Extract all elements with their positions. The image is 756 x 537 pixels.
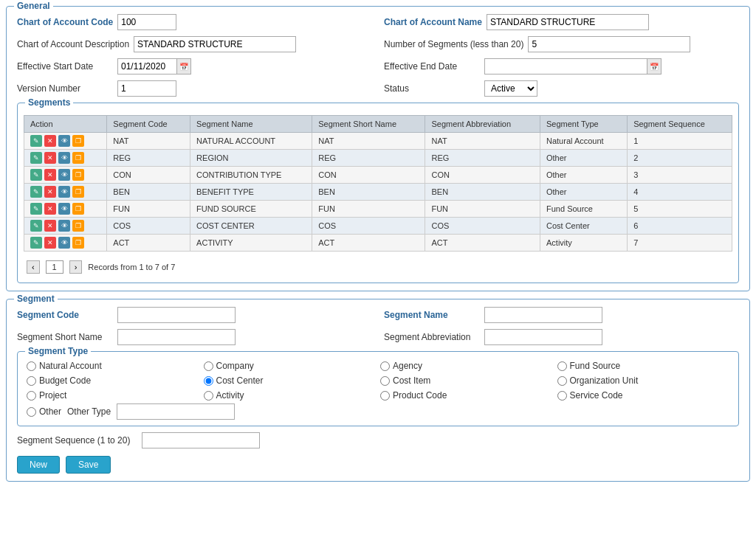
copy-icon[interactable]: ❐ (72, 169, 84, 181)
radio-company[interactable]: Company (204, 361, 377, 371)
col-segment-type: Segment Type (540, 116, 628, 133)
col-segment-sequence: Segment Sequence (628, 116, 732, 133)
segment-sequence-cell: 5 (628, 201, 732, 218)
delete-icon[interactable]: ✕ (44, 203, 56, 215)
edit-icon[interactable]: ✎ (30, 135, 42, 147)
segments-section: Segments Action Segment Code Segment Nam… (17, 103, 739, 283)
delete-icon[interactable]: ✕ (44, 220, 56, 232)
radio-cost-center[interactable]: Cost Center (204, 375, 377, 386)
coa-name-input[interactable] (487, 14, 649, 30)
segment-name-cell: CONTRIBUTION TYPE (190, 167, 312, 184)
num-segments-input[interactable] (528, 36, 690, 52)
radio-activity[interactable]: Activity (204, 390, 377, 401)
end-date-input[interactable] (484, 58, 647, 75)
copy-icon[interactable]: ❐ (72, 220, 84, 232)
delete-icon[interactable]: ✕ (44, 135, 56, 147)
edit-icon[interactable]: ✎ (30, 220, 42, 232)
start-date-cal-btn[interactable]: 📅 (176, 58, 191, 75)
seg-sequence-input[interactable] (142, 432, 260, 448)
status-label: Status (384, 83, 480, 94)
segments-table: Action Segment Code Segment Name Segment… (24, 115, 732, 252)
segment-abbreviation-cell: BEN (425, 184, 540, 201)
radio-other[interactable]: Other (27, 406, 61, 417)
seg-short-label: Segment Short Name (17, 332, 113, 342)
segment-code-cell: ACT (107, 235, 190, 252)
view-icon[interactable]: 👁 (58, 220, 70, 232)
segment-code-cell: CON (107, 167, 190, 184)
other-type-input[interactable] (117, 403, 235, 420)
delete-icon[interactable]: ✕ (44, 152, 56, 164)
delete-icon[interactable]: ✕ (44, 186, 56, 198)
radio-product-code[interactable]: Product Code (380, 390, 553, 401)
segment-type-cell: Cost Center (540, 218, 628, 235)
radio-cost-item[interactable]: Cost Item (380, 375, 553, 386)
delete-icon[interactable]: ✕ (44, 237, 56, 249)
segment-code-cell: REG (107, 150, 190, 167)
form-row-1: Chart of Account Code Chart of Account N… (17, 14, 739, 30)
view-icon[interactable]: 👁 (58, 186, 70, 198)
save-button[interactable]: Save (66, 456, 111, 474)
action-icons: ✎ ✕ 👁 ❐ (30, 237, 100, 249)
view-icon[interactable]: 👁 (58, 203, 70, 215)
delete-icon[interactable]: ✕ (44, 169, 56, 181)
radio-agency[interactable]: Agency (380, 361, 553, 371)
coa-name-group: Chart of Account Name (384, 14, 739, 30)
segment-name-cell: COST CENTER (190, 218, 312, 235)
edit-icon[interactable]: ✎ (30, 237, 42, 249)
radio-fund-source[interactable]: Fund Source (557, 361, 730, 371)
form-row-4: Version Number Status Active Inactive (17, 80, 739, 97)
view-icon[interactable]: 👁 (58, 237, 70, 249)
copy-icon[interactable]: ❐ (72, 237, 84, 249)
segment-type-cell: Other (540, 167, 628, 184)
seg-abbr-input[interactable] (484, 329, 602, 345)
action-icons: ✎ ✕ 👁 ❐ (30, 186, 100, 198)
radio-service-code[interactable]: Service Code (557, 390, 730, 401)
desc-group: Chart of Account Description (17, 36, 372, 52)
edit-icon[interactable]: ✎ (30, 169, 42, 181)
seg-short-group: Segment Short Name (17, 329, 372, 345)
coa-code-input[interactable] (117, 14, 176, 30)
new-button[interactable]: New (17, 456, 60, 474)
copy-icon[interactable]: ❐ (72, 203, 84, 215)
seg-code-label: Segment Code (17, 310, 113, 320)
segment-abbreviation-cell: FUN (425, 201, 540, 218)
radio-natural-account[interactable]: Natural Account (27, 361, 199, 371)
copy-icon[interactable]: ❐ (72, 186, 84, 198)
view-icon[interactable]: 👁 (58, 135, 70, 147)
seg-code-input[interactable] (117, 307, 236, 323)
seg-code-group: Segment Code (17, 307, 372, 323)
copy-icon[interactable]: ❐ (72, 152, 84, 164)
radio-project[interactable]: Project (27, 390, 199, 401)
segments-table-body: ✎ ✕ 👁 ❐ NAT NATURAL ACCOUNT NAT NAT Natu… (24, 133, 732, 252)
next-page-btn[interactable]: › (69, 260, 83, 274)
desc-input[interactable] (134, 36, 296, 52)
action-icons: ✎ ✕ 👁 ❐ (30, 203, 100, 215)
version-input[interactable] (117, 80, 176, 97)
prev-page-btn[interactable]: ‹ (27, 260, 40, 274)
radio-organization-unit[interactable]: Organization Unit (557, 375, 730, 386)
col-segment-name: Segment Name (190, 116, 312, 133)
segment-name-cell: ACTIVITY (190, 235, 312, 252)
end-date-label: Effective End Date (384, 61, 480, 72)
seg-short-input[interactable] (117, 329, 236, 345)
radio-budget-code[interactable]: Budget Code (27, 375, 199, 386)
status-select[interactable]: Active Inactive (484, 80, 537, 97)
table-row: ✎ ✕ 👁 ❐ FUN FUND SOURCE FUN FUN Fund Sou… (24, 201, 732, 218)
segment-sequence-cell: 6 (628, 218, 732, 235)
coa-name-field: Chart of Account Name (384, 14, 739, 30)
view-icon[interactable]: 👁 (58, 152, 70, 164)
segments-header-row: Action Segment Code Segment Name Segment… (24, 116, 732, 133)
edit-icon[interactable]: ✎ (30, 186, 42, 198)
form-row-3: Effective Start Date 📅 Effective End Dat… (17, 58, 739, 75)
action-cell: ✎ ✕ 👁 ❐ (24, 235, 107, 252)
view-icon[interactable]: 👁 (58, 169, 70, 181)
seg-name-input[interactable] (484, 307, 602, 323)
col-segment-code: Segment Code (107, 116, 190, 133)
edit-icon[interactable]: ✎ (30, 152, 42, 164)
seg-abbr-group: Segment Abbreviation (384, 329, 739, 345)
start-date-input[interactable] (117, 58, 176, 75)
end-date-cal-btn[interactable]: 📅 (647, 58, 662, 75)
edit-icon[interactable]: ✎ (30, 203, 42, 215)
segment-code-cell: FUN (107, 201, 190, 218)
copy-icon[interactable]: ❐ (72, 135, 84, 147)
